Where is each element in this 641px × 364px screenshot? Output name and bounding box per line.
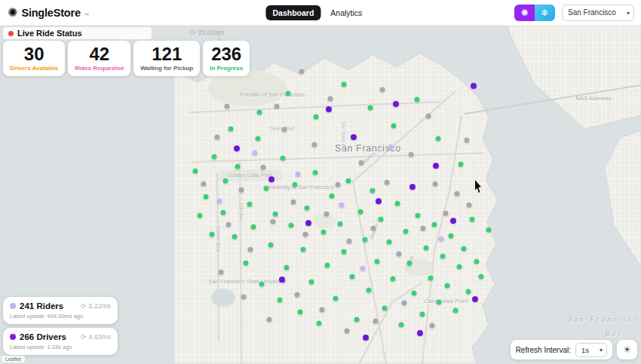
refresh-interval-bar: Refresh Interval: 1s <box>511 340 612 359</box>
nav-tabs: DashboardAnalytics <box>265 0 369 25</box>
riders-card: 241 Riders ⟳ 5.22ms Latest update: 994.0… <box>3 297 118 324</box>
stat-value: 30 <box>10 44 58 63</box>
driver-legend-dot <box>10 334 16 340</box>
top-bar: ✺ SingleStore ™ DashboardAnalytics ✺ ❄ S… <box>0 0 641 26</box>
drivers-count: 266 Drivers <box>20 332 77 341</box>
stat-value: 42 <box>75 44 124 63</box>
theme-toggle-button[interactable]: ☀ <box>617 340 637 359</box>
city-select-wrap: San Francisco <box>562 5 634 21</box>
app-root: ✺ SingleStore ™ DashboardAnalytics ✺ ❄ S… <box>0 0 641 364</box>
map-latency-chip: ⟳ 23.02ms <box>190 29 224 36</box>
drivers-update-text: Latest update: 1.03s ago <box>10 344 111 350</box>
snowflake-icon: ❄ <box>541 8 548 18</box>
live-indicator-dot <box>8 31 14 36</box>
singlestore-toggle-button[interactable]: ✺ <box>514 5 535 21</box>
database-toggle-group: ✺ ❄ <box>514 5 555 21</box>
live-status-bar: Live Ride Status <box>3 27 152 39</box>
stat-value: 121 <box>140 44 193 63</box>
map-attribution[interactable]: Leaflet <box>2 356 25 362</box>
riders-latency-chip: ⟳ 5.22ms <box>81 302 111 310</box>
trademark-mark: ™ <box>84 13 89 17</box>
stat-card-1: 42Rides Requested <box>68 41 130 76</box>
live-status-title: Live Ride Status <box>17 29 82 38</box>
stat-label: Rides Requested <box>75 65 124 72</box>
rider-legend-dot <box>10 303 16 309</box>
stat-value: 236 <box>210 44 243 63</box>
map-latency-value: 23.02ms <box>198 29 225 36</box>
tab-analytics[interactable]: Analytics <box>324 5 369 20</box>
stat-label: Waiting for Pickup <box>140 65 193 72</box>
riders-count: 241 Riders <box>20 301 77 310</box>
riders-latency-value: 5.22ms <box>88 302 111 310</box>
brand: ✺ SingleStore ™ <box>0 7 89 19</box>
drivers-latency-chip: ⟳ 4.63ms <box>81 333 111 341</box>
refresh-icon: ⟳ <box>81 333 87 341</box>
drivers-latency-value: 4.63ms <box>88 333 111 341</box>
riders-update-text: Latest update: 994.00ms ago <box>10 313 111 320</box>
city-select[interactable]: San Francisco <box>562 5 634 21</box>
singlestore-logo-icon: ✺ <box>8 7 17 19</box>
snowflake-toggle-button[interactable]: ❄ <box>535 5 555 21</box>
refresh-icon: ⟳ <box>190 29 196 36</box>
map-canvas[interactable]: San FranciscoPresidio of San FranciscoGo… <box>0 25 641 364</box>
refresh-icon: ⟳ <box>81 302 87 310</box>
stats-row: 30Drivers Available42Rides Requested121W… <box>3 41 250 76</box>
refresh-interval-wrap: 1s <box>575 342 607 357</box>
refresh-interval-label: Refresh Interval: <box>516 346 571 354</box>
stat-label: Drivers Available <box>10 65 58 72</box>
header-right: ✺ ❄ San Francisco <box>514 5 641 21</box>
drivers-card: 266 Drivers ⟳ 4.63ms Latest update: 1.03… <box>3 328 118 355</box>
singlestore-icon: ✺ <box>520 8 528 18</box>
stat-label: In Progress <box>210 65 243 72</box>
stat-card-2: 121Waiting for Pickup <box>133 41 200 76</box>
stat-card-3: 236In Progress <box>203 41 250 76</box>
brand-name: SingleStore <box>21 7 80 19</box>
sun-icon: ☀ <box>623 344 631 355</box>
stat-card-0: 30Drivers Available <box>3 41 65 76</box>
tab-dashboard[interactable]: Dashboard <box>265 5 320 20</box>
refresh-interval-select[interactable]: 1s <box>575 343 607 357</box>
